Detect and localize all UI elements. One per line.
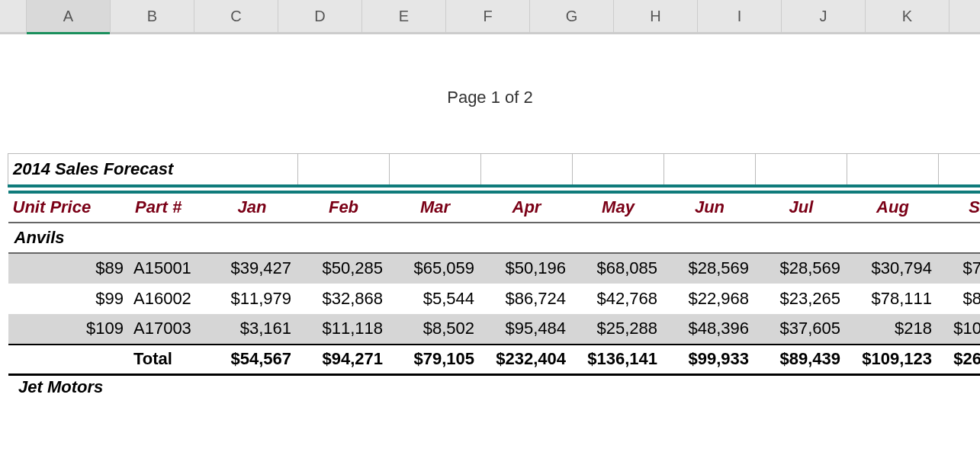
- cell-value[interactable]: $42,768: [573, 284, 664, 314]
- cell-price[interactable]: $99: [8, 284, 130, 314]
- header-may[interactable]: May: [573, 192, 664, 223]
- cell-price[interactable]: $89: [8, 253, 130, 284]
- cell-value[interactable]: $84,447: [939, 284, 981, 314]
- header-sep[interactable]: Sep: [939, 192, 981, 223]
- cell-value[interactable]: $218: [847, 314, 939, 345]
- header-jul[interactable]: Jul: [756, 192, 847, 223]
- cell-part[interactable]: A15001: [130, 253, 207, 284]
- header-jan[interactable]: Jan: [207, 192, 298, 223]
- header-apr[interactable]: Apr: [481, 192, 573, 223]
- section-jet-motors[interactable]: Jet Motors: [8, 376, 980, 397]
- select-all-corner[interactable]: [0, 0, 27, 32]
- cell-value[interactable]: $78,111: [847, 284, 939, 314]
- header-aug[interactable]: Aug: [847, 192, 939, 223]
- cell-value[interactable]: $107,583: [939, 314, 981, 345]
- cell-value[interactable]: $11,979: [207, 284, 298, 314]
- cell-value[interactable]: $95,484: [481, 314, 573, 345]
- cell-value[interactable]: $50,196: [481, 253, 573, 284]
- cell-value[interactable]: $39,427: [207, 253, 298, 284]
- total-value[interactable]: $54,567: [207, 345, 298, 375]
- cell-part[interactable]: A16002: [130, 284, 207, 314]
- column-header-H[interactable]: H: [614, 0, 698, 32]
- column-header-D[interactable]: D: [278, 0, 362, 32]
- cell-value[interactable]: $5,544: [390, 284, 481, 314]
- cell-value[interactable]: $65,059: [390, 253, 481, 284]
- header-unit-price[interactable]: Unit Price: [8, 192, 130, 223]
- cell-value[interactable]: $68,085: [573, 253, 664, 284]
- cell-value[interactable]: $25,288: [573, 314, 664, 345]
- cell-value[interactable]: $37,605: [756, 314, 847, 345]
- section-anvils[interactable]: Anvils: [8, 223, 981, 253]
- total-value[interactable]: $109,123: [847, 345, 939, 375]
- teal-rule: [8, 186, 981, 192]
- column-header-I[interactable]: I: [698, 0, 782, 32]
- column-header-K[interactable]: K: [866, 0, 949, 32]
- total-value[interactable]: $94,271: [298, 345, 390, 375]
- total-value[interactable]: $262,251: [939, 345, 981, 375]
- cell-value[interactable]: $48,396: [664, 314, 756, 345]
- spreadsheet-grid[interactable]: 2014 Sales Forecast Unit Price Part # Ja…: [8, 153, 980, 376]
- cell-part[interactable]: A17003: [130, 314, 207, 345]
- header-feb[interactable]: Feb: [298, 192, 390, 223]
- cell-value[interactable]: $30,794: [847, 253, 939, 284]
- cell-value[interactable]: $28,569: [664, 253, 756, 284]
- total-value[interactable]: $232,404: [481, 345, 573, 375]
- cell-value[interactable]: $23,265: [756, 284, 847, 314]
- cell-value[interactable]: $8,502: [390, 314, 481, 345]
- column-header-B[interactable]: B: [111, 0, 194, 32]
- header-jun[interactable]: Jun: [664, 192, 756, 223]
- cell-price[interactable]: $109: [8, 314, 130, 345]
- report-title[interactable]: 2014 Sales Forecast: [8, 154, 298, 186]
- column-header-F[interactable]: F: [446, 0, 530, 32]
- total-value[interactable]: $136,141: [573, 345, 664, 375]
- cell-value[interactable]: $50,285: [298, 253, 390, 284]
- column-header-G[interactable]: G: [530, 0, 614, 32]
- cell-value[interactable]: $70,221: [939, 253, 981, 284]
- column-header-A[interactable]: A: [27, 0, 111, 32]
- cell-value[interactable]: $3,161: [207, 314, 298, 345]
- total-value[interactable]: $79,105: [390, 345, 481, 375]
- cell-value[interactable]: $32,868: [298, 284, 390, 314]
- header-mar[interactable]: Mar: [390, 192, 481, 223]
- total-value[interactable]: $99,933: [664, 345, 756, 375]
- cell-value[interactable]: $28,569: [756, 253, 847, 284]
- column-header-C[interactable]: C: [194, 0, 278, 32]
- cell-value[interactable]: $22,968: [664, 284, 756, 314]
- column-header-row: A B C D E F G H I J K: [0, 0, 980, 34]
- total-label[interactable]: Total: [130, 345, 207, 375]
- cell-value[interactable]: $86,724: [481, 284, 573, 314]
- column-header-E[interactable]: E: [362, 0, 446, 32]
- header-part[interactable]: Part #: [130, 192, 207, 223]
- cell-value[interactable]: $11,118: [298, 314, 390, 345]
- total-value[interactable]: $89,439: [756, 345, 847, 375]
- column-header-J[interactable]: J: [782, 0, 866, 32]
- page-indicator: Page 1 of 2: [0, 34, 980, 153]
